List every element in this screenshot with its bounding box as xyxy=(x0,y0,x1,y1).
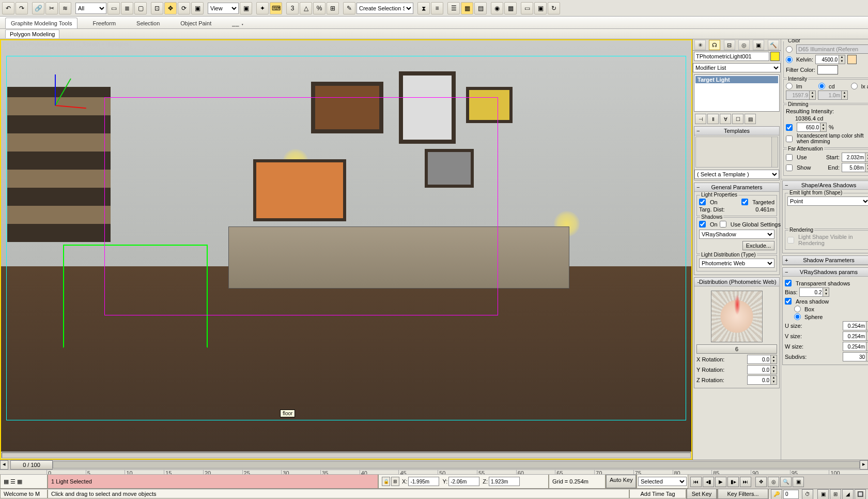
time-slider-left-icon[interactable]: ◂ xyxy=(0,460,8,470)
rollout-vrayshadows-toggle[interactable]: −VRayShadows params xyxy=(783,268,868,277)
render-production-button[interactable]: ▣ xyxy=(534,2,547,14)
shadow-type-select[interactable]: VRayShadow xyxy=(699,230,774,239)
y-rotation-spinner[interactable] xyxy=(747,365,771,374)
selection-lock-icon[interactable]: 🔒 xyxy=(382,477,390,486)
tab-graphite[interactable]: Graphite Modeling Tools xyxy=(5,18,78,28)
align-button[interactable]: ≡ xyxy=(431,2,443,14)
object-name-input[interactable] xyxy=(694,52,769,61)
undo-button[interactable]: ↶ xyxy=(2,2,14,14)
intensity-cd-radio[interactable] xyxy=(818,83,825,89)
light-on-checkbox[interactable] xyxy=(699,199,706,205)
remove-modifier-icon[interactable]: ☐ xyxy=(732,114,743,124)
kelvin-color-swatch[interactable] xyxy=(847,55,857,64)
pin-stack-icon[interactable]: ⊣ xyxy=(695,114,706,124)
create-panel-icon[interactable]: ✳ xyxy=(694,40,706,50)
goto-end-icon[interactable]: ⏭ xyxy=(740,477,751,487)
rollout-shape-shadows-toggle[interactable]: −Shape/Area Shadows xyxy=(783,181,868,190)
edit-selection-button[interactable]: ✎ xyxy=(343,2,355,14)
modify-panel-icon[interactable]: ☊ xyxy=(709,40,720,50)
dimming-percent-spinner[interactable] xyxy=(797,123,820,132)
zoom-icon[interactable]: 🔍 xyxy=(780,477,792,487)
far-atten-start-spinner[interactable] xyxy=(842,153,865,162)
area-box-radio[interactable] xyxy=(794,306,801,312)
keyboard-shortcut-button[interactable]: ⌨ xyxy=(270,2,282,14)
time-slider-right-icon[interactable]: ▸ xyxy=(860,460,868,470)
render-iterative-button[interactable]: ↻ xyxy=(548,2,560,14)
time-config-icon[interactable]: ⏱ xyxy=(802,489,813,500)
layer-manager-button[interactable]: ☰ xyxy=(447,2,460,14)
shadows-on-checkbox[interactable] xyxy=(699,221,706,228)
v-size-spinner[interactable] xyxy=(843,331,866,341)
time-slider-thumb[interactable]: 0 / 100 xyxy=(10,460,53,470)
w-size-spinner[interactable] xyxy=(843,342,866,351)
tab-freeform[interactable]: Freeform xyxy=(87,18,121,28)
light-targeted-checkbox[interactable] xyxy=(741,199,748,205)
hierarchy-panel-icon[interactable]: ⊟ xyxy=(724,40,735,50)
light-distribution-select[interactable]: Photometric Web xyxy=(699,259,774,268)
filter-color-swatch[interactable] xyxy=(817,65,838,74)
subtab-polygon-modeling[interactable]: Polygon Modeling xyxy=(5,29,59,38)
prev-frame-icon[interactable]: ◂▮ xyxy=(703,477,714,487)
template-select[interactable]: ( Select a Template ) xyxy=(694,170,779,179)
pan-icon[interactable]: ✥ xyxy=(755,477,767,487)
make-unique-icon[interactable]: ∀ xyxy=(720,114,731,124)
manipulate-button[interactable]: ✦ xyxy=(256,2,269,14)
play-icon[interactable]: ▶ xyxy=(715,477,726,487)
coord-z-input[interactable] xyxy=(489,477,520,486)
dimming-enable-checkbox[interactable] xyxy=(786,124,793,131)
rollout-templates-toggle[interactable]: −Templates xyxy=(694,127,779,135)
rollout-shadow-params-toggle[interactable]: +Shadow Parameters xyxy=(783,256,868,265)
goto-start-icon[interactable]: ⏮ xyxy=(690,477,702,487)
show-end-result-icon[interactable]: Ⅱ xyxy=(707,114,719,124)
frame-ruler[interactable]: 0510152025303540455055606570758085909510… xyxy=(0,470,868,475)
redo-button[interactable]: ↷ xyxy=(16,2,28,14)
transparent-shadows-checkbox[interactable] xyxy=(785,280,792,286)
max-toggle-icon[interactable]: ▣ xyxy=(793,477,804,487)
window-crossing-button[interactable]: ⊡ xyxy=(151,2,163,14)
bias-spinner[interactable] xyxy=(799,288,823,297)
far-atten-show-checkbox[interactable] xyxy=(786,164,793,171)
gizmo-y-axis-icon[interactable] xyxy=(55,79,71,106)
zoom-extents-icon[interactable]: ▣ xyxy=(817,489,829,500)
z-rotation-spinner[interactable] xyxy=(747,375,771,385)
link-button[interactable]: 🔗 xyxy=(32,2,44,14)
ies-file-button[interactable]: 6 xyxy=(696,344,777,354)
modifier-list-select[interactable]: Modifier List xyxy=(693,63,781,72)
x-rotation-spinner[interactable] xyxy=(747,355,771,364)
modifier-stack-item[interactable]: Target Light xyxy=(695,76,778,83)
configure-sets-icon[interactable]: ▤ xyxy=(745,114,756,124)
gizmo-z-axis-icon[interactable] xyxy=(55,74,56,105)
rollout-distribution-toggle[interactable]: -Distribution (Photometric Web) xyxy=(694,278,779,286)
selection-filter-select[interactable]: All xyxy=(75,3,106,14)
mirror-button[interactable]: ⧗ xyxy=(417,2,430,14)
area-shadow-checkbox[interactable] xyxy=(785,298,792,305)
area-sphere-radio[interactable] xyxy=(794,313,801,320)
coord-y-input[interactable] xyxy=(448,477,479,486)
zoom-all-icon[interactable]: ⊞ xyxy=(830,489,841,500)
u-size-spinner[interactable] xyxy=(843,321,866,330)
use-global-checkbox[interactable] xyxy=(720,221,726,228)
coord-x-input[interactable] xyxy=(408,477,439,486)
select-move-button[interactable]: ✥ xyxy=(164,2,177,14)
utilities-panel-icon[interactable]: 🔨 xyxy=(768,40,779,50)
material-editor-button[interactable]: ◉ xyxy=(491,2,503,14)
rollout-general-params-toggle[interactable]: −General Parameters xyxy=(694,183,779,192)
kelvin-radio[interactable] xyxy=(786,56,793,63)
unlink-button[interactable]: ✂ xyxy=(45,2,58,14)
ref-coord-select[interactable]: View xyxy=(208,3,239,14)
bind-spacewarp-button[interactable]: ≋ xyxy=(59,2,71,14)
select-scale-button[interactable]: ▣ xyxy=(191,2,204,14)
select-by-name-button[interactable]: ≣ xyxy=(121,2,133,14)
maxscript-mini-listener[interactable]: Welcome to M xyxy=(0,490,48,498)
curve-editor-button[interactable]: ▦ xyxy=(461,2,473,14)
setkey-button[interactable]: Set Key xyxy=(687,489,717,499)
region-zoom-icon[interactable]: 🔲 xyxy=(855,489,866,500)
motion-panel-icon[interactable]: ◎ xyxy=(738,40,750,50)
select-region-button[interactable]: ▢ xyxy=(134,2,147,14)
far-atten-end-spinner[interactable] xyxy=(842,163,865,172)
pivot-button[interactable]: ▣ xyxy=(240,2,252,14)
far-atten-use-checkbox[interactable] xyxy=(786,154,793,161)
tab-objectpaint[interactable]: Object Paint xyxy=(175,18,217,28)
schematic-view-button[interactable]: ▤ xyxy=(474,2,487,14)
render-frame-button[interactable]: ▭ xyxy=(521,2,533,14)
